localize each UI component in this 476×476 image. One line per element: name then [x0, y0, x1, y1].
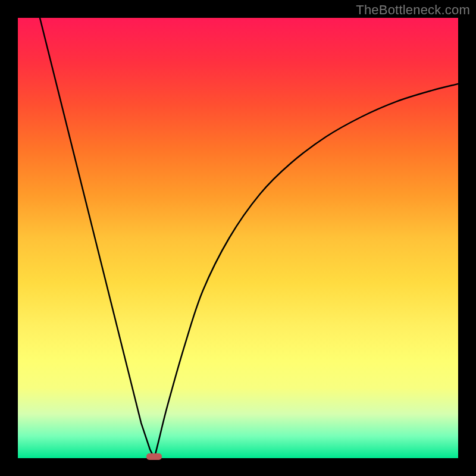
- chart-frame: TheBottleneck.com: [0, 0, 476, 476]
- minimum-marker: [146, 453, 162, 460]
- plot-area: [18, 18, 458, 458]
- watermark-text: TheBottleneck.com: [356, 2, 470, 18]
- bottleneck-curve: [40, 18, 458, 458]
- curve-svg: [18, 18, 458, 458]
